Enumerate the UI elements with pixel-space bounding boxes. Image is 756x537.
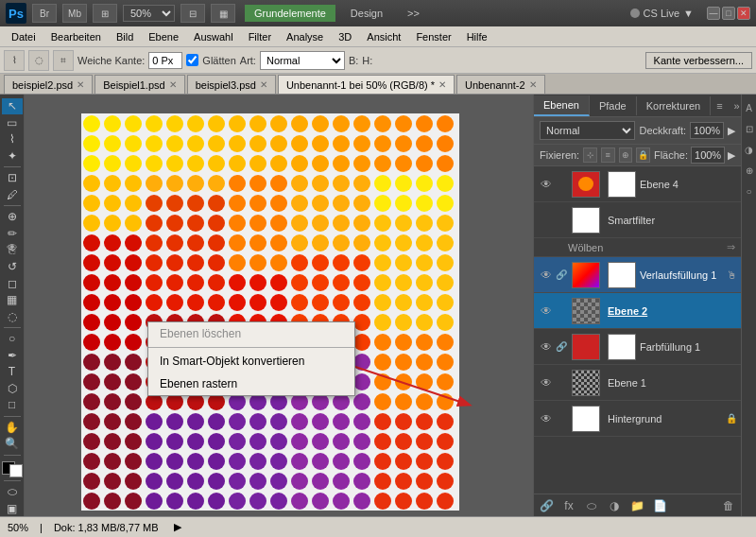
hand-tool[interactable]: ✋ <box>2 419 23 435</box>
design-btn[interactable]: Design <box>341 5 392 22</box>
menu-bearbeiten[interactable]: Bearbeiten <box>43 29 109 44</box>
menu-3d[interactable]: 3D <box>331 29 359 44</box>
gradient-tool[interactable]: ▦ <box>2 292 23 308</box>
blend-mode-select[interactable]: Normal Multiplizieren Bildschirm <box>540 121 635 140</box>
adjustment-btn[interactable]: ◑ <box>606 497 623 514</box>
close-tab-beispiel1[interactable]: ✕ <box>169 79 177 90</box>
art-select[interactable]: Normal Zu Auswahl hinzufügen Von Auswahl… <box>260 51 345 70</box>
menu-ebene[interactable]: Ebene <box>141 29 186 44</box>
panel-menu-btn[interactable]: ≡ <box>711 96 728 115</box>
menu-auswahl[interactable]: Auswahl <box>186 29 241 44</box>
layer-smartfilter[interactable]: 👁 Smartfilter <box>534 202 741 238</box>
delete-layer-btn[interactable]: 🗑 <box>720 497 737 514</box>
layout-icon[interactable]: ⊞ <box>93 4 117 23</box>
link-layers-btn[interactable]: 🔗 <box>538 497 555 514</box>
menu-fenster[interactable]: Fenster <box>408 29 458 44</box>
grundelemente-btn[interactable]: Grundelemente <box>245 5 335 22</box>
history-tool[interactable]: ↺ <box>2 259 23 275</box>
background-color[interactable] <box>9 464 23 477</box>
opacity-arrow[interactable]: ▶ <box>728 125 735 137</box>
fix-pixel-btn[interactable]: ≡ <box>601 147 615 163</box>
ctx-ebenen-rastern[interactable]: Ebenen rastern <box>148 372 354 395</box>
lasso2-icon[interactable]: ◌ <box>28 50 49 71</box>
status-nav-arrow[interactable]: ▶ <box>174 521 181 533</box>
layer-vis-farb[interactable]: 👁 <box>538 338 555 355</box>
tab-beispiel3[interactable]: beispiel3.psd ✕ <box>187 75 276 94</box>
lasso-tool[interactable]: ⌇ <box>2 131 23 147</box>
tab-korrekturen[interactable]: Korrekturen <box>637 96 711 115</box>
tab-beispiel1[interactable]: Beispiel1.psd ✕ <box>94 75 184 94</box>
tab-pfade[interactable]: Pfade <box>590 96 637 115</box>
fg-bg-colors[interactable] <box>2 461 23 477</box>
layer-ebene4[interactable]: 👁 Ebene 4 <box>534 166 741 202</box>
arrange-icon[interactable]: ⊟ <box>180 4 205 23</box>
br-icon[interactable]: Br <box>32 4 57 23</box>
fx-btn[interactable]: fx <box>560 497 577 514</box>
woelben-arrow[interactable]: ⇒ <box>727 241 735 253</box>
dodge-tool[interactable]: ○ <box>2 331 23 347</box>
fix-position-btn[interactable]: ⊹ <box>583 147 597 163</box>
add-mask-btn[interactable]: ⬭ <box>583 497 600 514</box>
layer-vis-ebene2[interactable]: 👁 <box>538 303 555 320</box>
shape-tool[interactable]: □ <box>2 397 23 413</box>
menu-analyse[interactable]: Analyse <box>279 29 331 44</box>
right-icon-1[interactable]: A <box>743 98 756 117</box>
zoom-tool[interactable]: 🔍 <box>2 436 23 452</box>
text-tool[interactable]: T <box>2 364 23 380</box>
lasso-icon[interactable]: ⌇ <box>4 50 25 71</box>
ctx-smart-objekt[interactable]: In Smart-Objekt konvertieren <box>148 350 354 372</box>
ctx-ebenen-loeschen[interactable]: Ebenen löschen <box>148 322 354 345</box>
flaeche-input[interactable] <box>691 147 725 164</box>
pen-tool[interactable]: ✒ <box>2 347 23 363</box>
zoom-select[interactable]: 50% 100% <box>123 5 175 22</box>
soft-input[interactable] <box>148 52 182 69</box>
layer-hintergrund[interactable]: 👁 Hintergrund 🔒 <box>534 401 741 437</box>
kante-verbessern-btn[interactable]: Kante verbessern... <box>645 52 752 69</box>
fix-all-btn[interactable]: ⊕ <box>619 147 633 163</box>
menu-bild[interactable]: Bild <box>109 29 141 44</box>
close-tab-unbenannt2[interactable]: ✕ <box>529 79 537 90</box>
layer-ebene1[interactable]: 👁 Ebene 1 <box>534 365 741 401</box>
close-tab-beispiel3[interactable]: ✕ <box>260 79 267 90</box>
menu-datei[interactable]: Datei <box>4 29 43 44</box>
view-icon[interactable]: ▦ <box>211 4 235 23</box>
close-tab-beispiel2[interactable]: ✕ <box>77 79 84 90</box>
blur-tool[interactable]: ◌ <box>2 308 23 324</box>
right-icon-5[interactable]: ○ <box>743 182 756 200</box>
minimize-btn[interactable]: — <box>707 7 720 20</box>
layer-ebene2[interactable]: 👁 Ebene 2 <box>534 293 741 329</box>
mb-icon[interactable]: Mb <box>62 4 87 23</box>
move-tool[interactable]: ↖ <box>2 98 23 114</box>
lasso3-icon[interactable]: ⌗ <box>53 50 74 71</box>
tab-unbenannt1[interactable]: Unbenannt-1 bei 50% (RGB/8) * ✕ <box>278 75 455 94</box>
layer-vis-ebene4[interactable]: 👁 <box>538 176 555 193</box>
right-icon-3[interactable]: ◑ <box>743 140 756 159</box>
maximize-btn[interactable]: □ <box>722 7 735 20</box>
tab-ebenen[interactable]: Ebenen <box>534 95 590 116</box>
crop-tool[interactable]: ⊡ <box>2 170 23 186</box>
layer-vis-verlauf[interactable]: 👁 <box>538 267 555 284</box>
heal-tool[interactable]: ⊕ <box>2 209 23 225</box>
layer-farbfuellung[interactable]: 👁 🔗 Farbfüllung 1 <box>534 329 741 365</box>
flaeche-arrow[interactable]: ▶ <box>728 149 735 162</box>
menu-ansicht[interactable]: Ansicht <box>359 29 408 44</box>
more-workspaces-btn[interactable]: >> <box>398 5 429 22</box>
new-group-btn[interactable]: 📁 <box>628 497 645 514</box>
layer-verlauf[interactable]: 👁 🔗 Verlaufsfüllung 1 🖱 <box>534 257 741 293</box>
close-btn[interactable]: ✕ <box>737 7 750 20</box>
layer-vis-hintergrund[interactable]: 👁 <box>538 410 555 427</box>
layer-vis-ebene1[interactable]: 👁 <box>538 374 555 391</box>
quick-mask-btn[interactable]: ⬭ <box>2 484 23 500</box>
screen-mode-btn[interactable]: ▣ <box>2 500 23 516</box>
right-icon-2[interactable]: ⊡ <box>743 119 756 138</box>
opacity-input[interactable] <box>690 122 724 139</box>
right-icon-4[interactable]: ⊕ <box>743 161 756 180</box>
menu-hilfe[interactable]: Hilfe <box>459 29 495 44</box>
menu-filter[interactable]: Filter <box>241 29 279 44</box>
magic-wand-tool[interactable]: ✦ <box>2 148 23 165</box>
tab-unbenannt2[interactable]: Unbenannt-2 ✕ <box>456 75 545 94</box>
marquee-tool[interactable]: ▭ <box>2 115 23 131</box>
tab-beispiel2[interactable]: beispiel2.psd ✕ <box>4 75 93 94</box>
close-tab-unbenannt1[interactable]: ✕ <box>438 79 446 90</box>
cs-live[interactable]: CS Live ▼ <box>630 8 694 19</box>
